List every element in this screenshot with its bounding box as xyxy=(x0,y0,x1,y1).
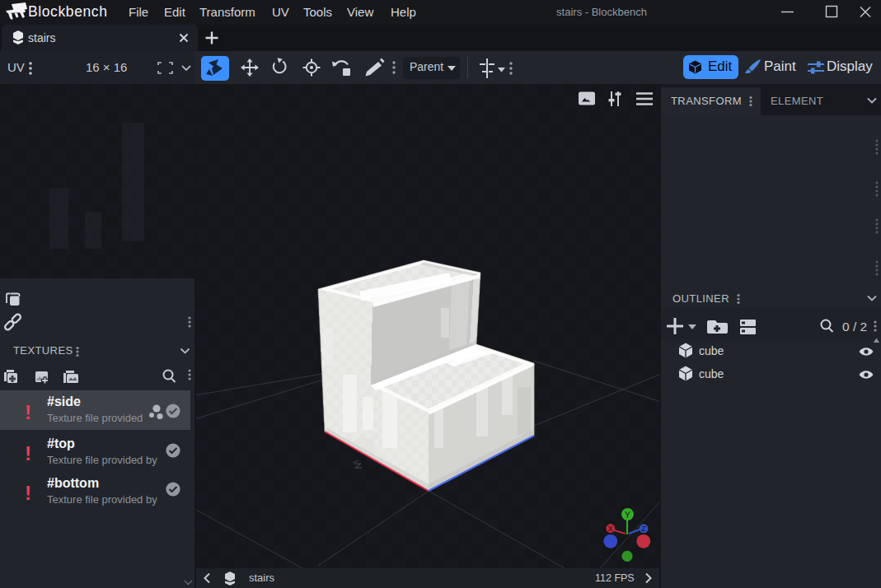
svg-text:Z: Z xyxy=(641,525,646,533)
svg-text:Y: Y xyxy=(625,510,631,520)
svg-text:X: X xyxy=(608,525,613,533)
